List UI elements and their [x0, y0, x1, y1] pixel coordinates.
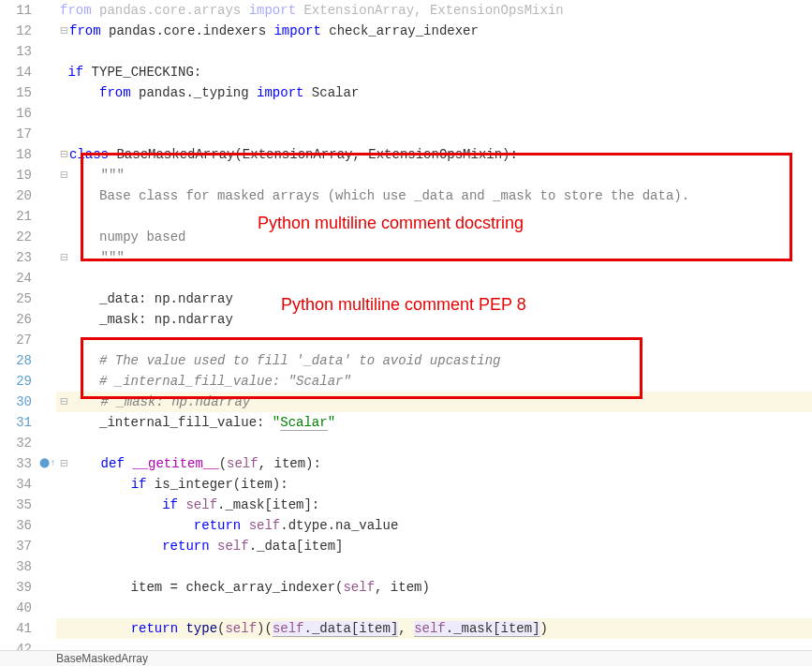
code-line[interactable]: ⊟from pandas.core.indexers import check_…	[56, 21, 812, 41]
code-line[interactable]: ⊟class BaseMaskedArray(ExtensionArray, E…	[56, 144, 812, 165]
code-line[interactable]: if TYPE_CHECKING:	[56, 62, 812, 82]
code-line[interactable]: from pandas.core.arrays import Extension…	[56, 0, 812, 21]
line-number: 32	[0, 433, 32, 453]
code-line[interactable]: ⊟ """	[56, 247, 812, 268]
code-line[interactable]	[56, 598, 812, 618]
code-line[interactable]: ⊟ """	[56, 165, 812, 185]
code-line[interactable]	[56, 41, 812, 62]
line-number: 29	[0, 371, 32, 392]
code-line[interactable]	[56, 103, 812, 124]
line-number: 12	[0, 21, 32, 41]
code-line[interactable]	[56, 124, 812, 144]
line-number: 16	[0, 103, 32, 124]
line-number: 27	[0, 330, 32, 350]
code-editor[interactable]: 11 12 13 14 15 16 17 18 19 20 21 22 23 2…	[0, 0, 812, 650]
code-text-area[interactable]: from pandas.core.arrays import Extension…	[56, 0, 812, 650]
line-number: 36	[0, 515, 32, 536]
line-number: 21	[0, 206, 32, 227]
code-line[interactable]	[56, 206, 812, 227]
code-line[interactable]: if self._mask[item]:	[56, 495, 812, 515]
line-number: 18	[0, 144, 32, 165]
line-number: 19	[0, 165, 32, 185]
line-number: 25	[0, 289, 32, 309]
line-number: 35	[0, 495, 32, 515]
line-number: 30	[0, 392, 32, 412]
line-number: 13	[0, 41, 32, 62]
line-number: 26	[0, 309, 32, 330]
code-line[interactable]: if is_integer(item):	[56, 474, 812, 495]
line-number: 40	[0, 598, 32, 618]
line-number: 14	[0, 62, 32, 82]
code-line[interactable]: ⊟ def __getitem__(self, item):	[56, 453, 812, 474]
line-number: 15	[0, 82, 32, 103]
line-number: 39	[0, 577, 32, 598]
line-number: 17	[0, 124, 32, 144]
gutter-icons: ⬤↑	[39, 0, 56, 650]
override-icon[interactable]: ⬤↑	[39, 453, 56, 474]
code-line[interactable]	[56, 433, 812, 453]
code-line[interactable]: numpy based	[56, 227, 812, 247]
context-label: BaseMaskedArray	[56, 652, 148, 665]
code-line[interactable]: return type(self)(self._data[item], self…	[56, 618, 812, 639]
line-number: 33	[0, 453, 32, 474]
code-line[interactable]: ⊟ # _mask: np.ndarray	[56, 392, 812, 412]
code-line[interactable]	[56, 330, 812, 350]
code-line[interactable]: item = check_array_indexer(self, item)	[56, 577, 812, 598]
statusbar: BaseMaskedArray	[0, 650, 812, 666]
code-line[interactable]: # _internal_fill_value: "Scalar"	[56, 371, 812, 392]
line-number: 23	[0, 247, 32, 268]
line-number: 41	[0, 618, 32, 639]
line-number: 11	[0, 0, 32, 21]
line-number: 34	[0, 474, 32, 495]
code-line[interactable]	[56, 556, 812, 577]
code-line[interactable]: from pandas._typing import Scalar	[56, 82, 812, 103]
code-line[interactable]: _mask: np.ndarray	[56, 309, 812, 330]
code-line[interactable]	[56, 268, 812, 289]
code-line[interactable]: Base class for masked arrays (which use …	[56, 185, 812, 206]
line-number: 37	[0, 536, 32, 556]
line-number: 42	[0, 639, 32, 650]
line-number: 31	[0, 412, 32, 433]
code-line[interactable]: _data: np.ndarray	[56, 289, 812, 309]
code-line[interactable]: return self._data[item]	[56, 536, 812, 556]
code-line[interactable]: return self.dtype.na_value	[56, 515, 812, 536]
line-number: 20	[0, 185, 32, 206]
code-line[interactable]	[56, 639, 812, 650]
line-number: 38	[0, 556, 32, 577]
line-number: 22	[0, 227, 32, 247]
line-number: 28	[0, 350, 32, 371]
code-line[interactable]: _internal_fill_value: "Scalar"	[56, 412, 812, 433]
code-line[interactable]: # The value used to fill '_data' to avoi…	[56, 350, 812, 371]
line-number: 24	[0, 268, 32, 289]
line-number-gutter: 11 12 13 14 15 16 17 18 19 20 21 22 23 2…	[0, 0, 39, 650]
